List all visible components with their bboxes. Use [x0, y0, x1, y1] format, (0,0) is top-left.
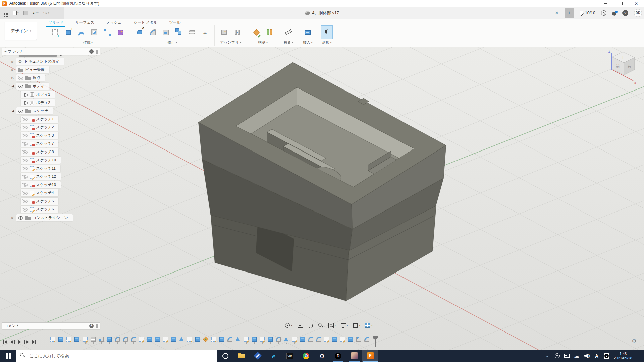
- step-back-button[interactable]: [10, 339, 15, 345]
- tree-item[interactable]: コンストラクション: [16, 214, 73, 221]
- timeline-feature-fillet[interactable]: [308, 337, 313, 342]
- ime-language-icon[interactable]: A: [594, 350, 599, 362]
- timeline-feature-fillet[interactable]: [227, 337, 232, 342]
- taskbar-cortana[interactable]: [217, 350, 233, 362]
- visibility-eye-icon[interactable]: [18, 76, 23, 80]
- ribbon-group-label[interactable]: アセンブリ▾: [220, 40, 241, 45]
- tree-item[interactable]: スケッチ1: [21, 116, 58, 123]
- timeline-feature-sketch[interactable]: [139, 337, 144, 342]
- expand-arrow-icon[interactable]: ▷: [11, 60, 15, 63]
- notifications-bell-icon[interactable]: [612, 12, 616, 15]
- timeline-feature-fillet[interactable]: [115, 337, 120, 342]
- timeline-feature-sketch[interactable]: [211, 337, 216, 342]
- search-input[interactable]: [16, 350, 217, 362]
- fit-icon[interactable]: ▾: [327, 322, 337, 329]
- ribbon-group-label[interactable]: 選択▾: [322, 40, 332, 45]
- timeline-feature-extrude[interactable]: [171, 337, 176, 342]
- timeline-feature-extrude[interactable]: [268, 337, 273, 342]
- new-tab-button[interactable]: +: [565, 8, 574, 18]
- timeline-settings-gear-icon[interactable]: ⚙: [632, 338, 636, 344]
- tree-row[interactable]: スケッチ5: [2, 197, 73, 205]
- look-at-icon[interactable]: [296, 322, 304, 329]
- tree-item[interactable]: スケッチ: [16, 107, 53, 114]
- tree-row[interactable]: ◢スケッチ: [2, 107, 73, 115]
- grid-settings-icon[interactable]: ▾: [352, 322, 361, 329]
- tree-item[interactable]: スケッチ8: [21, 148, 58, 156]
- collapse-panel-icon[interactable]: ◂◂: [4, 50, 6, 53]
- add-comment-icon[interactable]: +: [89, 324, 94, 328]
- visibility-eye-icon[interactable]: [22, 182, 28, 187]
- timeline-feature-fillet[interactable]: [123, 337, 128, 342]
- volume-icon[interactable]: )): [584, 350, 590, 362]
- ribbon-group-label[interactable]: 構築▾: [258, 40, 268, 45]
- timeline-feature-extrude[interactable]: [332, 337, 337, 342]
- meet-now-icon[interactable]: [554, 350, 560, 362]
- undo-button[interactable]: ↶▾: [33, 11, 39, 16]
- create-sketch-icon[interactable]: +: [49, 25, 61, 39]
- comment-bar[interactable]: コメント +: [2, 322, 100, 329]
- visibility-eye-icon[interactable]: [22, 199, 28, 203]
- tree-row[interactable]: スケッチ4: [2, 189, 73, 197]
- visibility-eye-icon[interactable]: [22, 141, 28, 146]
- visibility-eye-icon[interactable]: [22, 191, 28, 195]
- tree-row[interactable]: スケッチ7: [2, 140, 73, 148]
- timeline-feature-extrude[interactable]: [147, 337, 152, 342]
- ribbon-group-label[interactable]: 修正▾: [167, 40, 177, 45]
- timeline-feature-fillet[interactable]: [364, 337, 369, 342]
- job-status-button[interactable]: 10/10: [580, 11, 595, 15]
- timeline-feature-sketch[interactable]: [340, 337, 345, 342]
- ribbon-group-label[interactable]: 挿入▾: [303, 40, 313, 45]
- visibility-eye-icon[interactable]: [22, 133, 28, 138]
- canvas-icon[interactable]: [302, 25, 314, 39]
- minimize-button[interactable]: [598, 0, 613, 7]
- timeline-feature-sketch[interactable]: [50, 337, 55, 342]
- go-to-start-button[interactable]: [3, 339, 7, 345]
- timeline-feature-sketch[interactable]: [163, 337, 168, 342]
- timeline-feature-sketch[interactable]: [324, 337, 329, 342]
- browser-header[interactable]: ◂◂ ブラウザ −: [2, 48, 100, 55]
- timeline-feature-box[interactable]: [99, 337, 104, 342]
- expand-arrow-icon[interactable]: ▷: [11, 76, 15, 80]
- viewport-canvas[interactable]: [0, 47, 644, 350]
- tree-item[interactable]: 原点: [16, 74, 45, 81]
- expand-arrow-icon[interactable]: ▷: [11, 68, 15, 71]
- tree-row[interactable]: ▷コンストラクション: [2, 214, 73, 222]
- timeline-feature-extrude[interactable]: [195, 337, 200, 342]
- timeline-feature-sketch[interactable]: [244, 337, 249, 342]
- timeline-feature-extrude[interactable]: [219, 337, 224, 342]
- visibility-eye-icon[interactable]: [22, 158, 28, 163]
- visibility-eye-icon[interactable]: [18, 109, 23, 113]
- go-to-end-button[interactable]: [32, 339, 37, 345]
- tree-item[interactable]: スケッチ3: [21, 132, 58, 139]
- minimize-browser-icon[interactable]: −: [89, 49, 94, 54]
- revolve-icon[interactable]: [75, 25, 87, 39]
- expand-arrow-icon[interactable]: ▷: [11, 216, 15, 219]
- taskbar-clock[interactable]: 1:43 2021/09/28: [614, 352, 632, 360]
- tree-row[interactable]: スケッチ2: [2, 123, 73, 132]
- taskbar-avatar-app[interactable]: [346, 350, 362, 362]
- tree-item[interactable]: ⚙ドキュメントの設定: [16, 58, 64, 65]
- help-icon[interactable]: ?: [622, 10, 628, 16]
- viewports-icon[interactable]: ▾: [364, 322, 373, 329]
- tree-item[interactable]: スケッチ11: [21, 165, 60, 172]
- press-pull-icon[interactable]: ↗: [133, 25, 146, 39]
- hole-icon[interactable]: [88, 25, 100, 39]
- browser-drag-grip[interactable]: [96, 50, 98, 54]
- workspace-switcher[interactable]: デザイン▾: [5, 22, 37, 40]
- visibility-eye-icon[interactable]: [22, 149, 28, 154]
- select-icon[interactable]: [321, 25, 333, 39]
- extrude-icon[interactable]: ↑: [62, 25, 74, 39]
- axis-icon[interactable]: [263, 25, 275, 39]
- tree-row[interactable]: ◢ボディ: [2, 82, 73, 90]
- shell-icon[interactable]: [160, 25, 172, 39]
- file-menu-button[interactable]: ▾: [13, 11, 19, 15]
- visibility-eye-icon[interactable]: [18, 84, 23, 88]
- move-icon[interactable]: ↔↕: [199, 25, 211, 39]
- account-avatar[interactable]: DD: [634, 9, 642, 17]
- timeline-feature-mirror[interactable]: [179, 337, 184, 342]
- fillet-icon[interactable]: [147, 25, 159, 39]
- timeline-feature-plane[interactable]: [203, 336, 209, 342]
- tree-row[interactable]: スケッチ11: [2, 164, 73, 173]
- timeline-feature-extrude[interactable]: [348, 337, 353, 342]
- tree-row[interactable]: スケッチ8: [2, 148, 73, 156]
